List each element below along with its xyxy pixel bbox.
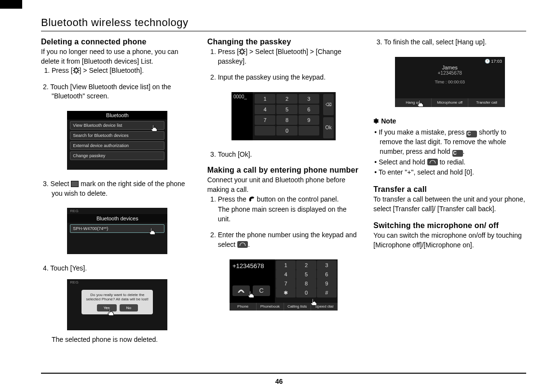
dial-key-3[interactable]: 3 xyxy=(317,260,337,270)
dial-key-0[interactable]: 0 xyxy=(296,288,316,297)
ss-call-number: +12345678 xyxy=(395,70,505,76)
ss3-dialog: Do you really want to delete the selecte… xyxy=(82,290,153,314)
screenshot-bluetooth-menu: Bluetooth View Bluetooth device list Sea… xyxy=(64,108,170,173)
dial-key-star[interactable]: ✱ xyxy=(276,288,296,297)
passkey-step-1: Press [] > Select [Bluetooth] > [Change … xyxy=(218,47,360,66)
column-1: Deleting a connected phone If you no lon… xyxy=(41,38,194,347)
screenshot-passkey-keypad: 0000_ 123 456 789 0 ⌫ Ok xyxy=(229,89,339,143)
makecall-step-1-a: Press the xyxy=(218,195,248,203)
ss2-status-bar: REG xyxy=(67,208,167,214)
delete-step-2: 2. Touch [View Bluetooth device list] on… xyxy=(41,82,194,101)
keypad-key-1[interactable]: 1 xyxy=(255,94,275,104)
makecall-step-1-b: button on the control panel. xyxy=(255,195,339,203)
dial-key-8[interactable]: 8 xyxy=(296,279,316,288)
column-3: To finish the call, select [Hang up]. 🕐 … xyxy=(373,38,526,347)
ss3-status-bar: REG xyxy=(67,279,167,285)
phone-mark-icon xyxy=(71,181,79,187)
dial-key-9[interactable]: 9 xyxy=(317,279,337,288)
pointer-hand-icon xyxy=(107,308,115,317)
phone-icon xyxy=(248,196,255,203)
note-2-b: to redial. xyxy=(438,158,466,166)
screenshot-in-call: 🕐 17:03 James +12345678 Time : 00:00:03 … xyxy=(392,54,508,110)
delete-step-3: 3. Select mark on the right side of the … xyxy=(41,179,194,198)
dial-tab-phonebook[interactable]: Phonebook xyxy=(257,303,284,311)
ss1-header: Bluetooth xyxy=(67,111,167,120)
ss-call-btn-micoff[interactable]: Microphone off xyxy=(432,98,468,107)
dial-key-hash[interactable]: # xyxy=(317,288,337,297)
heading-transfer-call: Transfer a call xyxy=(373,185,526,194)
svg-line-14 xyxy=(240,49,241,50)
page-number: 46 xyxy=(0,378,558,385)
ss-call-clock: 🕐 17:03 xyxy=(485,59,502,64)
ss-call-btn-transfer[interactable]: Transfer call xyxy=(468,98,504,107)
ss1-row-auth[interactable]: External device authorization xyxy=(70,141,164,150)
keypad-key-0[interactable]: 0 xyxy=(276,126,297,135)
clear-c-icon: C xyxy=(452,150,463,157)
pointer-hand-icon xyxy=(416,99,425,108)
keypad-key-blank xyxy=(255,126,275,135)
dial-key-5[interactable]: 5 xyxy=(296,270,316,279)
keypad-key-3[interactable]: 3 xyxy=(299,94,319,104)
delete-step-4: 4. Touch [Yes]. xyxy=(41,264,194,273)
delete-step-1-text-a: Press [ xyxy=(52,67,73,74)
delete-result-text: The selected phone is now deleted. xyxy=(52,335,194,345)
title-rule xyxy=(41,31,526,31)
screenshot-dialer: +12345678 123 456 789 ✱0# C Phone Phoneb… xyxy=(227,257,340,313)
pointer-hand-icon xyxy=(150,124,159,133)
keypad-key-5[interactable]: 5 xyxy=(276,105,297,114)
svg-line-7 xyxy=(78,68,79,69)
transfer-body: To transfer a call between the unit and … xyxy=(373,195,526,214)
column-2: Changing the passkey Press [] > Select [… xyxy=(207,38,360,347)
svg-line-5 xyxy=(74,68,75,69)
keypad-key-8[interactable]: 8 xyxy=(276,115,297,125)
makecall-step-2-b: . xyxy=(248,241,250,248)
passkey-step-2: Input the passkey using the keypad. xyxy=(218,73,360,82)
dial-tab-phone[interactable]: Phone xyxy=(230,303,257,311)
delete-intro-text: If you no longer need to use a phone, yo… xyxy=(41,47,194,66)
passkey-step-1-a: Press [ xyxy=(218,48,239,55)
dial-key-4[interactable]: 4 xyxy=(276,270,296,279)
ss-call-btn-hangup[interactable]: Hang up xyxy=(395,98,432,107)
makecall-step-2: Enter the phone number using the keypad … xyxy=(218,230,360,249)
makecall-step-1-c: The phone main screen is displayed on th… xyxy=(218,205,360,224)
dial-key-1[interactable]: 1 xyxy=(276,260,296,270)
delete-step-3-a: 3. Select xyxy=(43,180,71,188)
dial-key-7[interactable]: 7 xyxy=(276,279,296,288)
gear-icon xyxy=(73,67,80,74)
ss3-no-button[interactable]: No xyxy=(120,304,138,311)
keypad-grid: 123 456 789 0 xyxy=(253,92,321,140)
keypad-key-4[interactable]: 4 xyxy=(255,105,275,114)
note-1: • If you make a mistake, press C shortly… xyxy=(373,128,526,157)
ss-keypad-display: 0000_ xyxy=(231,92,253,140)
note-heading: ✽ Note xyxy=(373,117,526,126)
finish-call-step-3: To finish the call, select [Hang up]. xyxy=(384,38,526,47)
keypad-key-blank xyxy=(299,126,319,135)
note-3: • To enter "+", select and hold [0]. xyxy=(373,168,526,177)
ss3-yes-button[interactable]: Yes xyxy=(97,304,117,311)
svg-line-17 xyxy=(240,53,241,54)
keypad-backspace[interactable]: ⌫ xyxy=(323,94,334,115)
bottom-rule xyxy=(41,373,526,374)
ss-call-time: Time : 00:00:03 xyxy=(395,80,505,84)
heading-deleting-phone: Deleting a connected phone xyxy=(41,38,194,46)
dial-key-2[interactable]: 2 xyxy=(296,260,316,270)
call-button-icon xyxy=(427,159,438,165)
heading-changing-passkey: Changing the passkey xyxy=(207,38,360,46)
dial-tab-calling-lists[interactable]: Calling lists xyxy=(284,303,311,311)
dial-key-6[interactable]: 6 xyxy=(317,270,337,279)
keypad-ok-button[interactable]: Ok xyxy=(323,117,334,138)
note-2-a: • Select and hold xyxy=(374,158,427,166)
ss2-header: Bluetooth devices xyxy=(67,214,167,223)
keypad-key-6[interactable]: 6 xyxy=(299,105,319,114)
svg-point-9 xyxy=(241,50,244,53)
keypad-key-9[interactable]: 9 xyxy=(299,115,319,125)
content-columns: Deleting a connected phone If you no lon… xyxy=(41,38,526,347)
keypad-key-2[interactable]: 2 xyxy=(276,94,297,104)
ss1-row-passkey[interactable]: Change passkey xyxy=(70,151,164,160)
makecall-step-1: Press the button on the control panel. T… xyxy=(218,195,360,224)
call-button-icon xyxy=(237,241,248,248)
page-corner-tab xyxy=(0,0,22,9)
gear-icon xyxy=(239,48,245,55)
keypad-key-7[interactable]: 7 xyxy=(255,115,275,125)
heading-making-call: Making a call by entering phone number xyxy=(207,166,360,175)
